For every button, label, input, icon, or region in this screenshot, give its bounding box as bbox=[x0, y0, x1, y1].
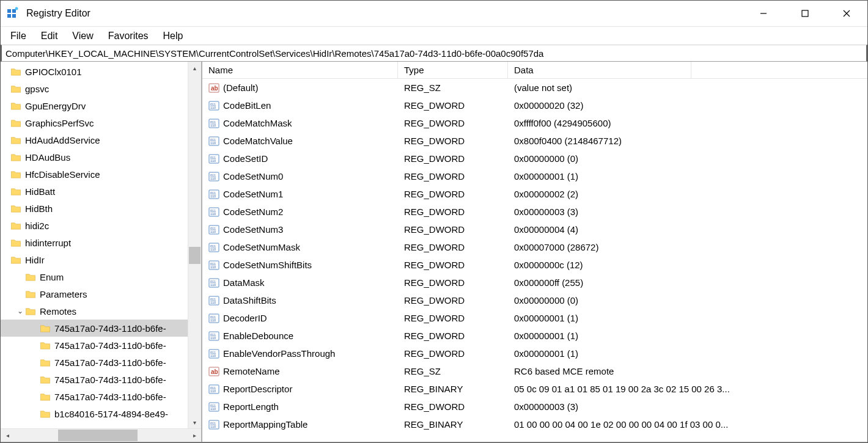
value-row[interactable]: CodeSetNum3REG_DWORD0x00000004 (4) bbox=[202, 221, 867, 238]
value-row[interactable]: ReportDescriptorREG_BINARY05 0c 09 01 a1… bbox=[202, 380, 867, 398]
menubar: File Edit View Favorites Help bbox=[1, 26, 867, 45]
value-row[interactable]: EnableDebounceREG_DWORD0x00000001 (1) bbox=[202, 327, 867, 345]
menu-file[interactable]: File bbox=[4, 29, 32, 43]
menu-view[interactable]: View bbox=[66, 29, 99, 43]
value-row[interactable]: ReportLengthREG_DWORD0x00000003 (3) bbox=[202, 398, 867, 416]
folder-icon bbox=[25, 307, 36, 316]
svg-rect-1 bbox=[12, 9, 16, 13]
value-row[interactable]: CodeSetNum1REG_DWORD0x00000002 (2) bbox=[202, 185, 867, 203]
tree-item-label: Parameters bbox=[40, 289, 87, 299]
value-row[interactable]: CodeBitLenREG_DWORD0x00000020 (32) bbox=[202, 97, 867, 114]
tree-item[interactable]: HidBatt bbox=[1, 183, 201, 200]
value-name: RemoteName bbox=[223, 366, 280, 376]
tree-item[interactable]: gpsvc bbox=[1, 80, 201, 97]
tree-item[interactable]: 745a17a0-74d3-11d0-b6fe- bbox=[1, 371, 201, 388]
tree-vscroll-track[interactable] bbox=[188, 74, 201, 416]
value-type: REG_BINARY bbox=[398, 419, 508, 430]
value-row[interactable]: CodeSetNum0REG_DWORD0x00000001 (1) bbox=[202, 167, 867, 185]
tree-expand-caret-icon[interactable]: ⌄ bbox=[15, 307, 25, 315]
tree-item[interactable]: HDAudBus bbox=[1, 148, 201, 166]
tree-pane: GPIOClx0101gpsvcGpuEnergyDrvGraphicsPerf… bbox=[1, 62, 202, 442]
value-row[interactable]: DataMaskREG_DWORD0x000000ff (255) bbox=[202, 274, 867, 291]
tree-item[interactable]: 745a17a0-74d3-11d0-b6fe- bbox=[1, 337, 201, 354]
tree-horizontal-scrollbar[interactable]: ◂ ▸ bbox=[1, 428, 201, 442]
tree-hscroll-track[interactable] bbox=[14, 429, 188, 442]
tree-item[interactable]: 745a17a0-74d3-11d0-b6fe- bbox=[1, 388, 201, 405]
window-title: Registry Editor bbox=[26, 8, 90, 19]
value-row[interactable]: RemoteNameREG_SZRC6 based MCE remote bbox=[202, 362, 867, 380]
value-row[interactable]: CodeSetNumMaskREG_DWORD0x00007000 (28672… bbox=[202, 238, 867, 256]
folder-icon bbox=[40, 358, 51, 367]
menu-favorites[interactable]: Favorites bbox=[102, 29, 155, 43]
close-button[interactable] bbox=[826, 1, 867, 26]
value-row[interactable]: DecoderIDREG_DWORD0x00000001 (1) bbox=[202, 309, 867, 327]
value-data: 0x00000003 (3) bbox=[508, 207, 867, 217]
tree-item[interactable]: Parameters bbox=[1, 285, 201, 302]
tree-item[interactable]: Enum bbox=[1, 268, 201, 285]
address-bar[interactable]: Computer\HKEY_LOCAL_MACHINE\SYSTEM\Curre… bbox=[1, 45, 867, 62]
value-type: REG_DWORD bbox=[398, 100, 508, 111]
column-header-data[interactable]: Data bbox=[508, 62, 691, 78]
tree-item[interactable]: 745a17a0-74d3-11d0-b6fe- bbox=[1, 320, 201, 337]
tree-hscroll-thumb[interactable] bbox=[58, 430, 138, 441]
folder-icon bbox=[40, 341, 51, 350]
tree-list: GPIOClx0101gpsvcGpuEnergyDrvGraphicsPerf… bbox=[1, 62, 201, 428]
scroll-up-arrow-icon[interactable]: ▴ bbox=[188, 62, 201, 74]
scroll-right-arrow-icon[interactable]: ▸ bbox=[188, 429, 201, 442]
column-header-type[interactable]: Type bbox=[398, 62, 508, 78]
maximize-button[interactable] bbox=[784, 1, 826, 26]
menu-help[interactable]: Help bbox=[157, 29, 189, 43]
value-row[interactable]: CodeMatchValueREG_DWORD0x800f0400 (21484… bbox=[202, 132, 867, 150]
value-row[interactable]: CodeSetNumShiftBitsREG_DWORD0x0000000c (… bbox=[202, 256, 867, 274]
tree-item[interactable]: hidi2c bbox=[1, 217, 201, 234]
reg-binary-icon bbox=[208, 136, 219, 147]
value-row[interactable]: EnableVendorPassThroughREG_DWORD0x000000… bbox=[202, 345, 867, 362]
value-row[interactable]: CodeMatchMaskREG_DWORD0xffff0f00 (429490… bbox=[202, 114, 867, 132]
tree-item[interactable]: HfcDisableService bbox=[1, 166, 201, 183]
value-name: CodeMatchValue bbox=[223, 136, 293, 146]
tree-item-label: 745a17a0-74d3-11d0-b6fe- bbox=[54, 357, 166, 368]
svg-rect-3 bbox=[12, 14, 16, 18]
value-data: 01 00 00 00 04 00 1e 02 00 00 00 04 00 1… bbox=[508, 419, 867, 430]
tree-item[interactable]: GPIOClx0101 bbox=[1, 63, 201, 80]
value-type: REG_DWORD bbox=[398, 171, 508, 181]
tree-vertical-scrollbar[interactable]: ▴ ▾ bbox=[188, 62, 201, 428]
reg-binary-icon bbox=[208, 100, 219, 111]
value-row[interactable]: DataShiftBitsREG_DWORD0x00000000 (0) bbox=[202, 291, 867, 309]
value-data: 0x00000020 (32) bbox=[508, 100, 867, 111]
value-row[interactable]: ReportMappingTableREG_BINARY01 00 00 00 … bbox=[202, 416, 867, 433]
folder-icon bbox=[10, 84, 21, 93]
tree-item[interactable]: HidBth bbox=[1, 200, 201, 217]
app-icon bbox=[6, 6, 20, 21]
value-name: (Default) bbox=[223, 82, 259, 93]
tree-item[interactable]: 745a17a0-74d3-11d0-b6fe- bbox=[1, 354, 201, 371]
menu-edit[interactable]: Edit bbox=[35, 29, 64, 43]
tree-item-label: Enum bbox=[40, 272, 64, 282]
tree-item[interactable]: ⌄Remotes bbox=[1, 302, 201, 320]
value-row[interactable]: CodeSetIDREG_DWORD0x00000000 (0) bbox=[202, 150, 867, 167]
value-name: CodeSetNumMask bbox=[223, 242, 300, 252]
value-type: REG_BINARY bbox=[398, 384, 508, 394]
tree-item-label: HidBatt bbox=[25, 186, 55, 197]
value-name: ReportDescriptor bbox=[223, 384, 292, 394]
tree-vscroll-thumb[interactable] bbox=[189, 247, 200, 264]
tree-item[interactable]: b1c84016-5174-4894-8e49- bbox=[1, 405, 201, 422]
tree-item[interactable]: HidIr bbox=[1, 251, 201, 268]
column-header-name[interactable]: Name bbox=[202, 62, 398, 78]
minimize-button[interactable] bbox=[743, 1, 784, 26]
value-name: CodeMatchMask bbox=[223, 118, 292, 128]
value-type: REG_DWORD bbox=[398, 118, 508, 128]
folder-icon bbox=[40, 392, 51, 401]
value-name: DataMask bbox=[223, 277, 265, 288]
value-row[interactable]: CodeSetNum2REG_DWORD0x00000003 (3) bbox=[202, 203, 867, 221]
value-data: RC6 based MCE remote bbox=[508, 366, 867, 376]
folder-icon bbox=[10, 119, 21, 128]
scroll-down-arrow-icon[interactable]: ▾ bbox=[188, 416, 201, 428]
tree-item[interactable]: GraphicsPerfSvc bbox=[1, 114, 201, 131]
reg-binary-icon bbox=[208, 153, 219, 164]
tree-item[interactable]: GpuEnergyDrv bbox=[1, 97, 201, 114]
scroll-left-arrow-icon[interactable]: ◂ bbox=[1, 429, 14, 442]
tree-item[interactable]: hidinterrupt bbox=[1, 234, 201, 251]
value-row[interactable]: (Default)REG_SZ(value not set) bbox=[202, 79, 867, 97]
tree-item[interactable]: HdAudAddService bbox=[1, 131, 201, 148]
